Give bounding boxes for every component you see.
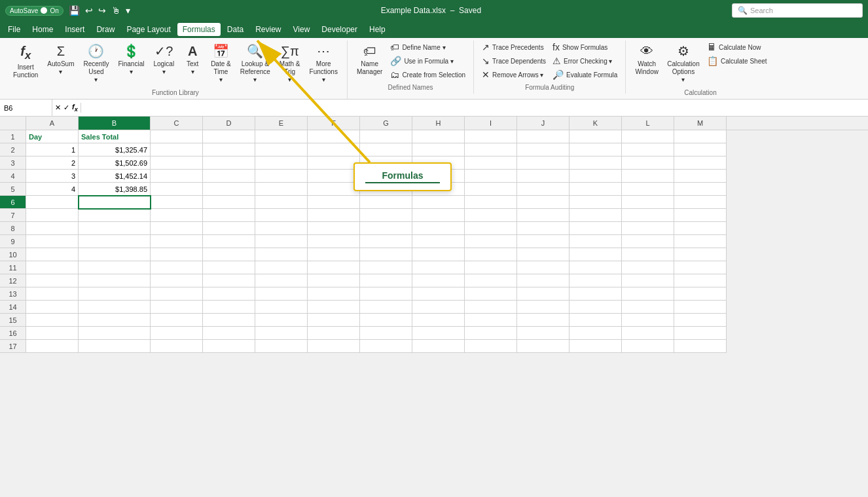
cell-e13[interactable] (255, 287, 308, 301)
cell-l10[interactable] (622, 248, 674, 261)
menu-insert[interactable]: Insert (60, 23, 90, 36)
cell-j1[interactable] (517, 130, 570, 143)
cell-i8[interactable] (465, 222, 517, 235)
cell-m16[interactable] (674, 327, 727, 340)
cell-h5[interactable] (412, 183, 465, 196)
cell-b16[interactable] (79, 327, 151, 340)
formula-input[interactable] (81, 103, 868, 113)
lookup-reference-button[interactable]: 🔍 Lookup &Reference ▾ (236, 41, 274, 86)
cell-m2[interactable] (674, 143, 727, 156)
cell-h14[interactable] (412, 301, 465, 314)
redo-icon[interactable]: ↪ (98, 5, 106, 16)
row-header-8[interactable]: 8 (0, 222, 26, 235)
cell-k3[interactable] (570, 156, 622, 170)
cell-f14[interactable] (308, 301, 360, 314)
cell-e11[interactable] (255, 261, 308, 274)
cell-g9[interactable] (360, 235, 412, 248)
cell-b12[interactable] (79, 274, 151, 287)
logical-button[interactable]: ✓? Logical ▾ (149, 41, 178, 79)
cell-i17[interactable] (465, 340, 517, 353)
cell-m7[interactable] (674, 209, 727, 222)
cell-f5[interactable] (308, 183, 360, 196)
cell-h13[interactable] (412, 287, 465, 301)
row-header-1[interactable]: 1 (0, 130, 26, 143)
cell-b17[interactable] (79, 340, 151, 353)
cell-e6[interactable] (255, 196, 308, 209)
cell-c14[interactable] (151, 301, 203, 314)
calculate-sheet-button[interactable]: 📋 Calculate Sheet (704, 54, 770, 67)
cell-c4[interactable] (151, 170, 203, 183)
autosave-settings-icon[interactable]: 🖱 (111, 5, 120, 16)
cell-d9[interactable] (203, 235, 255, 248)
cell-l3[interactable] (622, 156, 674, 170)
cell-g6[interactable] (360, 196, 412, 209)
cell-c3[interactable] (151, 156, 203, 170)
cell-i10[interactable] (465, 248, 517, 261)
cell-e14[interactable] (255, 301, 308, 314)
cell-b3[interactable]: $1,502.69 (79, 156, 151, 170)
cell-c12[interactable] (151, 274, 203, 287)
cell-d6[interactable] (203, 196, 255, 209)
cell-g1[interactable] (360, 130, 412, 143)
col-header-c[interactable]: C (151, 117, 203, 130)
col-header-k[interactable]: K (570, 117, 622, 130)
cell-h3[interactable] (412, 156, 465, 170)
cell-e12[interactable] (255, 274, 308, 287)
cancel-formula-icon[interactable]: ✕ (55, 103, 61, 112)
cell-i11[interactable] (465, 261, 517, 274)
row-header-6[interactable]: 6 (0, 196, 26, 209)
cell-h17[interactable] (412, 340, 465, 353)
cell-l8[interactable] (622, 222, 674, 235)
cell-l14[interactable] (622, 301, 674, 314)
menu-data[interactable]: Data (222, 23, 249, 36)
cell-f8[interactable] (308, 222, 360, 235)
cell-j5[interactable] (517, 183, 570, 196)
cell-m4[interactable] (674, 170, 727, 183)
cell-g10[interactable] (360, 248, 412, 261)
cell-m6[interactable] (674, 196, 727, 209)
col-header-b[interactable]: B (79, 117, 151, 130)
cell-b14[interactable] (79, 301, 151, 314)
cell-k2[interactable] (570, 143, 622, 156)
cell-l1[interactable] (622, 130, 674, 143)
cell-h9[interactable] (412, 235, 465, 248)
cell-c7[interactable] (151, 209, 203, 222)
cell-a1[interactable]: Day (26, 130, 79, 143)
cell-g14[interactable] (360, 301, 412, 314)
show-formulas-button[interactable]: fx Show Formulas (550, 41, 620, 54)
cell-m14[interactable] (674, 301, 727, 314)
cell-h1[interactable] (412, 130, 465, 143)
cell-e16[interactable] (255, 327, 308, 340)
cell-g8[interactable] (360, 222, 412, 235)
cell-e7[interactable] (255, 209, 308, 222)
cell-d7[interactable] (203, 209, 255, 222)
col-header-e[interactable]: E (255, 117, 308, 130)
cell-m1[interactable] (674, 130, 727, 143)
cell-f10[interactable] (308, 248, 360, 261)
date-time-button[interactable]: 📅 Date &Time ▾ (207, 41, 235, 86)
cell-k4[interactable] (570, 170, 622, 183)
autosum-button[interactable]: Σ AutoSum ▾ (43, 41, 78, 79)
cell-c11[interactable] (151, 261, 203, 274)
cell-i13[interactable] (465, 287, 517, 301)
cell-j4[interactable] (517, 170, 570, 183)
row-header-5[interactable]: 5 (0, 183, 26, 196)
cell-a13[interactable] (26, 287, 79, 301)
cell-a5[interactable]: 4 (26, 183, 79, 196)
name-manager-button[interactable]: 🏷 NameManager (353, 41, 386, 79)
cell-i12[interactable] (465, 274, 517, 287)
cell-j6[interactable] (517, 196, 570, 209)
col-header-l[interactable]: L (622, 117, 674, 130)
cell-m9[interactable] (674, 235, 727, 248)
cell-l15[interactable] (622, 314, 674, 327)
menu-draw[interactable]: Draw (91, 23, 120, 36)
cell-j17[interactable] (517, 340, 570, 353)
cell-d8[interactable] (203, 222, 255, 235)
cell-j10[interactable] (517, 248, 570, 261)
cell-b15[interactable] (79, 314, 151, 327)
cell-d4[interactable] (203, 170, 255, 183)
cell-d16[interactable] (203, 327, 255, 340)
cell-i2[interactable] (465, 143, 517, 156)
customize-icon[interactable]: ▾ (126, 5, 130, 16)
cell-g5[interactable] (360, 183, 412, 196)
